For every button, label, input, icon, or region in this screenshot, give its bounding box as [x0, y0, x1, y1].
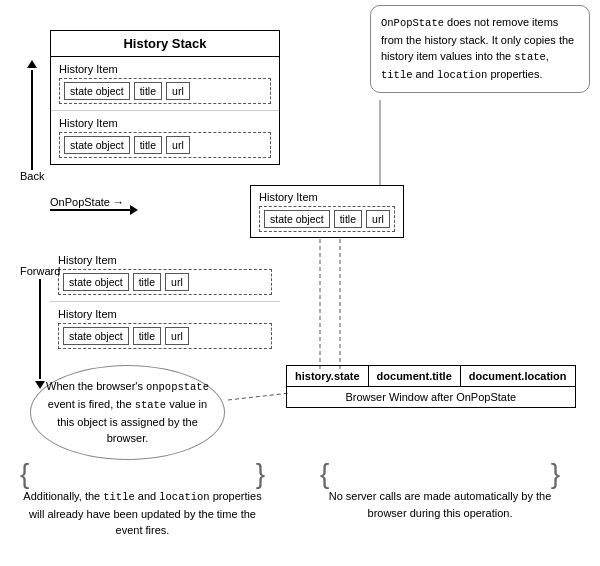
state-value-code: state: [135, 399, 167, 411]
field-url-4: url: [165, 327, 189, 345]
history-item-1-fields: state object title url: [59, 78, 271, 104]
history-item-4: History Item state object title url: [50, 302, 280, 355]
back-arrow-line: [31, 70, 33, 170]
browser-window-row: Browser Window after OnPopState: [287, 387, 576, 408]
history-stack: History Stack History Item state object …: [50, 30, 280, 165]
right-field-title: title: [334, 210, 362, 228]
history-item-1-label: History Item: [59, 63, 271, 75]
document-location-label: document.location: [469, 370, 567, 382]
field-title-2: title: [134, 136, 162, 154]
callout-bottom-left: When the browser's onpopstate event is f…: [30, 365, 225, 460]
field-state-1: state object: [64, 82, 130, 100]
history-item-1: History Item state object title url: [51, 57, 279, 111]
history-item-3-label: History Item: [58, 254, 272, 266]
callout-top-right: OnPopState does not remove items from th…: [370, 5, 590, 93]
forward-label: Forward: [20, 265, 60, 277]
right-curly-open: {: [320, 460, 329, 488]
state-code: state: [514, 51, 546, 63]
curly-callout-left: { } Additionally, the title and location…: [20, 460, 265, 539]
browser-table: history.state document.title document.lo…: [286, 365, 576, 408]
history-item-3-fields: state object title url: [58, 269, 272, 295]
field-url-2: url: [166, 136, 190, 154]
curly-brace-row-left: { }: [20, 460, 265, 488]
title-prop-code: title: [103, 491, 135, 503]
location-prop-code: location: [159, 491, 209, 503]
left-curly-close: }: [256, 460, 265, 488]
curly-callout-right: { } No server calls are made automatical…: [320, 460, 560, 521]
right-field-url: url: [366, 210, 390, 228]
right-history-item-label: History Item: [259, 191, 395, 203]
onpopstate-row: [50, 205, 138, 215]
back-arrow-head: [27, 60, 37, 68]
curly-right-text: No server calls are made automatically b…: [320, 488, 560, 521]
forward-arrow: Forward: [20, 265, 60, 389]
history-item-3: History Item state object title url: [50, 248, 280, 302]
location-code: location: [437, 69, 487, 81]
right-history-item-fields: state object title url: [259, 206, 395, 232]
back-arrow: Back: [20, 60, 44, 184]
history-item-2-label: History Item: [59, 117, 271, 129]
onpopstate-event-code: onpopstate: [146, 381, 209, 393]
forward-arrow-line: [39, 279, 41, 379]
browser-table-header-title: document.title: [368, 366, 460, 387]
history-state-label: history.state: [295, 370, 360, 382]
field-title-3: title: [133, 273, 161, 291]
field-url-3: url: [165, 273, 189, 291]
curly-left-text: Additionally, the title and location pro…: [20, 488, 265, 539]
onpopstate-code: OnPopState: [381, 17, 444, 29]
field-state-3: state object: [63, 273, 129, 291]
field-title-1: title: [134, 82, 162, 100]
forward-history-items: History Item state object title url Hist…: [50, 248, 280, 355]
right-field-state: state object: [264, 210, 330, 228]
onpopstate-line: [50, 209, 130, 211]
browser-table-header-location: document.location: [460, 366, 575, 387]
diagram-container: Back History Stack History Item state ob…: [0, 0, 600, 566]
history-item-4-fields: state object title url: [58, 323, 272, 349]
history-item-2-fields: state object title url: [59, 132, 271, 158]
callout-top-right-text: OnPopState does not remove items from th…: [381, 16, 574, 80]
field-state-4: state object: [63, 327, 129, 345]
onpopstate-arrow-head: [130, 205, 138, 215]
field-state-2: state object: [64, 136, 130, 154]
field-title-4: title: [133, 327, 161, 345]
curly-brace-row-right: { }: [320, 460, 560, 488]
back-label: Back: [20, 170, 44, 182]
left-curly-open: {: [20, 460, 29, 488]
title-code: title: [381, 69, 413, 81]
history-stack-title: History Stack: [51, 31, 279, 57]
field-url-1: url: [166, 82, 190, 100]
svg-line-3: [228, 393, 290, 400]
right-history-item: History Item state object title url: [250, 185, 404, 238]
right-curly-close: }: [551, 460, 560, 488]
history-item-4-label: History Item: [58, 308, 272, 320]
browser-table-header-state: history.state: [287, 366, 369, 387]
history-item-2: History Item state object title url: [51, 111, 279, 164]
document-title-label: document.title: [377, 370, 452, 382]
